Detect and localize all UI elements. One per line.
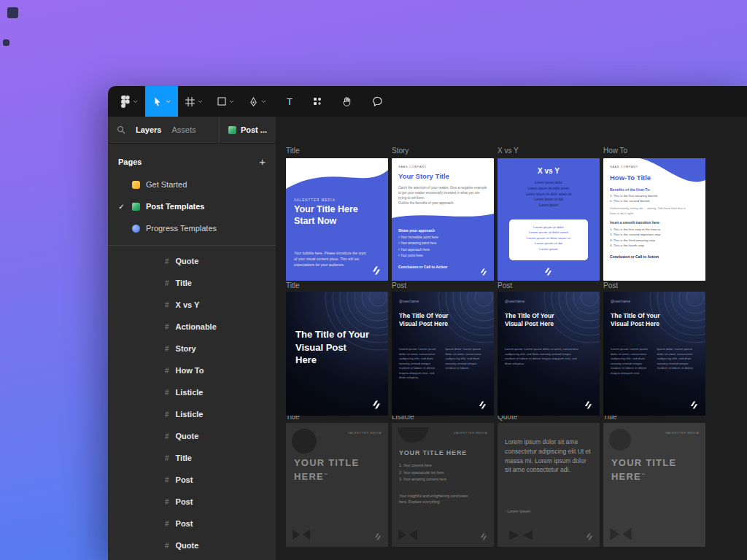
page-item-post-templates[interactable]: ✓ Post Templates <box>108 195 276 217</box>
layer-item[interactable]: #Post <box>108 491 276 513</box>
frame-label[interactable]: Post <box>603 281 618 289</box>
column-text: Lorem ipsum: Lorem ipsum dolor sit amet,… <box>611 347 652 376</box>
tab-layers[interactable]: Layers <box>136 125 161 134</box>
transition-title: Insert a smooth transition here: <box>610 221 660 225</box>
brand-text: SAAS COMPANY <box>398 165 427 168</box>
move-tool-button[interactable] <box>145 86 178 117</box>
pen-tool-button[interactable] <box>241 86 274 117</box>
frame-thumbnail-title-gray[interactable]: VALENTTER MEDIA YOUR TITLE HERE™ <box>286 423 388 547</box>
frame-thumbnail-title-blue[interactable]: VALENTTER MEDIA Your Title Here Start No… <box>286 158 388 281</box>
text-tool-icon: T <box>287 96 293 107</box>
layer-item[interactable]: #Quote <box>108 534 276 556</box>
post-heading: Your Story Title <box>398 172 449 180</box>
chevron-down-icon <box>261 100 266 104</box>
hand-tool-button[interactable] <box>335 86 360 117</box>
frame-thumbnail-listicle[interactable]: VALENTTER MEDIA YOUR TITLE HERE 1. Your … <box>392 423 494 547</box>
frame-icon <box>185 97 195 106</box>
frame-icon: # <box>165 542 169 550</box>
list-title: Share your approach <box>398 228 435 233</box>
add-page-button[interactable]: + <box>259 155 266 168</box>
layer-item[interactable]: #Post <box>108 513 276 534</box>
frame-label[interactable]: X vs Y <box>498 147 519 155</box>
username-text: @username <box>505 299 525 303</box>
tab-current-page[interactable]: Post ... <box>219 117 267 143</box>
desktop-icon[interactable] <box>3 39 9 46</box>
post-body: Lorem ipsum: Lorem ipsum dolor sit amet,… <box>505 347 581 367</box>
frame-thumbnail-story[interactable]: SAAS COMPANY Your Story Title Catch the … <box>392 158 494 281</box>
desktop-icon[interactable] <box>7 7 18 18</box>
resources-button[interactable] <box>306 86 329 117</box>
frame-thumbnail-post[interactable]: @username The Title Of Your Visual Post … <box>603 292 705 416</box>
post-body: Your subtitle here. Please introduce the… <box>294 250 370 268</box>
trademark-symbol: ™ <box>641 472 646 477</box>
frame-thumbnail-post[interactable]: @username The Title Of Your Visual Post … <box>498 292 600 416</box>
main-menu-button[interactable] <box>114 86 145 117</box>
toolbar: T <box>108 86 747 117</box>
pen-icon <box>249 97 258 106</box>
layer-label: Listicle <box>176 410 204 419</box>
wave-shape <box>392 211 494 223</box>
layer-item[interactable]: #Story <box>108 338 276 359</box>
bowtie-logo-icon <box>398 529 417 540</box>
post-heading: The Title Of Your Visual Post Here <box>399 312 466 329</box>
brand-logo-icon <box>690 401 698 409</box>
post-heading-text: YOUR TITLE HERE <box>611 457 676 482</box>
column-text: Ipsum dolor: Lorem ipsum dolor sit amet,… <box>657 347 699 376</box>
frame-label[interactable]: Post <box>392 281 406 289</box>
frame-thumbnail-title-gray[interactable]: VALENTTER MEDIA YOUR TITLE HERE™ <box>603 423 705 547</box>
post-heading: How-To Title <box>610 174 651 182</box>
layer-label: Quote <box>176 257 199 265</box>
layer-item[interactable]: #Quote <box>108 425 276 447</box>
frame-label[interactable]: Post <box>498 281 512 289</box>
layer-item[interactable]: #Listicle <box>108 403 276 425</box>
page-item-get-started[interactable]: Get Started <box>108 174 276 195</box>
post-heading-text: YOUR TITLE HERE <box>294 457 359 482</box>
layer-item[interactable]: #Title <box>108 447 276 469</box>
brand-logo-icon <box>480 268 487 276</box>
brand-logo-icon <box>372 266 381 275</box>
resources-icon <box>313 97 322 106</box>
layer-label: Actionable <box>176 322 217 331</box>
divider <box>108 245 276 246</box>
frame-label[interactable]: Title <box>286 281 300 289</box>
layer-label: Post <box>176 475 193 484</box>
brand-text: VALENTTER MEDIA <box>454 431 487 435</box>
layer-item[interactable]: #Quote <box>108 250 276 272</box>
frame-icon: # <box>165 411 169 419</box>
quote-text: Lorem ipsum dolor sit ame consectetur ad… <box>505 438 594 475</box>
tab-assets[interactable]: Assets <box>171 125 196 134</box>
circle-shape <box>292 429 317 454</box>
layer-item[interactable]: #Title <box>108 272 276 294</box>
comment-tool-button[interactable] <box>365 86 390 117</box>
frame-thumbnail-how-to[interactable]: SAAS COMPANY How-To Title Benefits of th… <box>603 158 705 281</box>
hand-emoji-icon <box>132 181 140 189</box>
frame-label[interactable]: Title <box>286 147 300 155</box>
layer-item[interactable]: #X vs Y <box>108 294 276 316</box>
frame-tool-button[interactable] <box>178 86 210 117</box>
layer-item[interactable]: #Post <box>108 469 276 491</box>
brand-logo-icon <box>372 400 381 409</box>
list-text: 1. Your content here 2. Your spectacular… <box>399 462 446 483</box>
frame-thumbnail-x-vs-y[interactable]: X vs Y Lorem ipsum dolor Lorem ipsum sit… <box>498 158 600 281</box>
username-text: @username <box>611 299 630 303</box>
text-tool-button[interactable]: T <box>279 86 300 117</box>
shape-tool-button[interactable] <box>210 86 241 117</box>
column-text: Ipsum dolor: Lorem ipsum dolor sit amet,… <box>446 347 487 381</box>
post-body: Lorem ipsum dolor Lorem ipsum sit dolor … <box>498 180 600 209</box>
frame-label[interactable]: Story <box>392 147 409 155</box>
page-item-progress-templates[interactable]: Progress Templates <box>108 217 276 239</box>
left-sidebar: Layers Assets Post ... Pages + Get Start… <box>108 117 276 560</box>
frame-thumbnail-quote[interactable]: Lorem ipsum dolor sit ame consectetur ad… <box>498 423 600 547</box>
layer-item[interactable]: #How To <box>108 359 276 381</box>
search-icon[interactable] <box>117 125 125 134</box>
frame-thumbnail-post[interactable]: @username The Title Of Your Visual Post … <box>392 292 494 416</box>
username-text: @username <box>399 299 419 303</box>
circle-shape <box>609 429 631 451</box>
layer-item[interactable]: #Listicle <box>108 381 276 403</box>
frame-label[interactable]: How To <box>603 147 627 155</box>
layer-item[interactable]: #Actionable <box>108 316 276 338</box>
canvas[interactable]: Title Story X vs Y How To Title Post Pos… <box>276 117 747 560</box>
frame-thumbnail-title-dark[interactable]: The Title of Your Visual Post Here <box>286 292 388 416</box>
brand-text: VALENTTER MEDIA <box>348 431 382 435</box>
layer-label: Quote <box>176 541 199 550</box>
